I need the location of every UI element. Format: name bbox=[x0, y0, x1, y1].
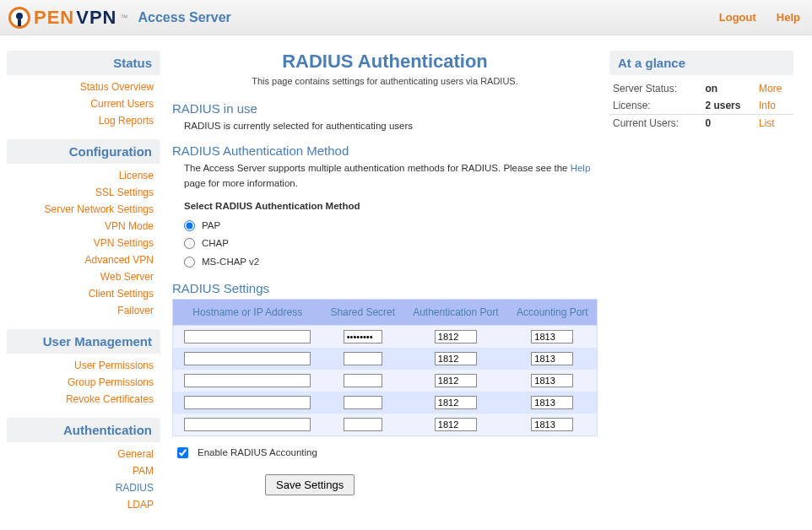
host-input-3[interactable] bbox=[184, 396, 311, 409]
radio-chap[interactable] bbox=[184, 238, 195, 249]
sidebar-item-license[interactable]: License bbox=[7, 167, 154, 184]
glance-row: License: 2 users Info bbox=[609, 97, 793, 115]
auth-port-input-0[interactable] bbox=[435, 330, 477, 343]
host-input-0[interactable] bbox=[184, 330, 311, 343]
glance-row: Server Status: on More bbox=[609, 80, 793, 97]
radio-pap-row[interactable]: PAP bbox=[184, 217, 598, 235]
radio-pap[interactable] bbox=[184, 220, 195, 231]
sidebar-item-client-settings[interactable]: Client Settings bbox=[7, 285, 154, 302]
top-bar: PENVPN™ Access Server Logout Help bbox=[0, 0, 812, 35]
radio-chap-label: CHAP bbox=[202, 236, 229, 251]
radius-settings-table: Hostname or IP Address Shared Secret Aut… bbox=[172, 299, 598, 436]
sidebar-section-configuration: Configuration bbox=[7, 139, 160, 164]
col-secret: Shared Secret bbox=[322, 300, 403, 326]
save-settings-button[interactable]: Save Settings bbox=[265, 474, 355, 495]
table-row bbox=[173, 326, 597, 348]
sidebar-item-ssl-settings[interactable]: SSL Settings bbox=[7, 184, 154, 201]
sidebar-item-vpn-mode[interactable]: VPN Mode bbox=[7, 218, 154, 235]
brand-pen: PEN bbox=[34, 7, 74, 29]
glance-key-current-users: Current Users: bbox=[609, 115, 701, 132]
sidebar-item-web-server[interactable]: Web Server bbox=[7, 268, 154, 285]
table-row bbox=[173, 414, 597, 435]
auth-port-input-4[interactable] bbox=[435, 418, 477, 431]
sidebar-item-user-permissions[interactable]: User Permissions bbox=[7, 357, 154, 374]
page-title: RADIUS Authentication bbox=[172, 51, 598, 73]
auth-port-input-1[interactable] bbox=[435, 352, 477, 365]
help-link[interactable]: Help bbox=[777, 11, 800, 24]
sidebar-item-group-permissions[interactable]: Group Permissions bbox=[7, 374, 154, 391]
host-input-2[interactable] bbox=[184, 374, 311, 387]
auth-method-text1: The Access Server supports multiple auth… bbox=[184, 163, 571, 173]
sidebar-section-user-management: User Management bbox=[7, 329, 160, 354]
sidebar-item-vpn-settings[interactable]: VPN Settings bbox=[7, 235, 154, 251]
brand-product: Access Server bbox=[138, 10, 231, 25]
sidebar-item-advanced-vpn[interactable]: Advanced VPN bbox=[7, 251, 154, 268]
section-radius-settings: RADIUS Settings bbox=[172, 281, 598, 295]
table-row bbox=[173, 370, 597, 392]
sidebar: Status Status Overview Current Users Log… bbox=[7, 51, 160, 523]
sidebar-item-revoke-certs[interactable]: Revoke Certificates bbox=[7, 391, 154, 408]
acct-port-input-1[interactable] bbox=[531, 352, 573, 365]
sidebar-item-ldap[interactable]: LDAP bbox=[7, 496, 154, 513]
secret-input-3[interactable] bbox=[344, 396, 382, 409]
sidebar-item-general[interactable]: General bbox=[7, 446, 154, 462]
section-radius-in-use: RADIUS in use bbox=[172, 101, 598, 116]
glance-key-license: License: bbox=[609, 97, 701, 115]
sidebar-item-server-network[interactable]: Server Network Settings bbox=[7, 201, 154, 218]
section-auth-method: RADIUS Authentication Method bbox=[172, 143, 598, 158]
auth-method-desc: The Access Server supports multiple auth… bbox=[172, 161, 598, 191]
select-method-label: Select RADIUS Authentication Method bbox=[184, 199, 598, 214]
glance-title: At a glance bbox=[609, 51, 793, 75]
main-content: RADIUS Authentication This page contains… bbox=[172, 51, 598, 523]
auth-method-help-link[interactable]: Help bbox=[571, 163, 591, 173]
auth-port-input-2[interactable] bbox=[435, 374, 477, 387]
sidebar-item-pam[interactable]: PAM bbox=[7, 462, 154, 479]
table-row bbox=[173, 392, 597, 414]
radius-in-use-text: RADIUS is currently selected for authent… bbox=[172, 119, 598, 133]
acct-port-input-3[interactable] bbox=[531, 396, 573, 409]
glance-val-server-status: on bbox=[701, 80, 755, 97]
col-auth: Authentication Port bbox=[403, 300, 508, 326]
col-acct: Accounting Port bbox=[508, 300, 597, 326]
enable-accounting-label: Enable RADIUS Accounting bbox=[198, 447, 317, 457]
glance-link-info[interactable]: Info bbox=[759, 100, 776, 111]
glance-val-license: 2 users bbox=[701, 97, 755, 115]
host-input-1[interactable] bbox=[184, 352, 311, 365]
glance-row: Current Users: 0 List bbox=[609, 115, 793, 132]
radio-mschap-row[interactable]: MS-CHAP v2 bbox=[184, 253, 598, 271]
sidebar-item-log-reports[interactable]: Log Reports bbox=[7, 112, 154, 129]
auth-port-input-3[interactable] bbox=[435, 396, 477, 409]
brand-vpn: VPN bbox=[76, 7, 116, 29]
col-host: Hostname or IP Address bbox=[173, 300, 322, 326]
radio-pap-label: PAP bbox=[202, 219, 220, 233]
secret-input-1[interactable] bbox=[344, 352, 382, 365]
openvpn-icon bbox=[8, 7, 30, 29]
secret-input-2[interactable] bbox=[344, 374, 382, 387]
sidebar-item-status-overview[interactable]: Status Overview bbox=[7, 78, 154, 95]
table-row bbox=[173, 348, 597, 370]
glance-link-list[interactable]: List bbox=[759, 117, 775, 129]
brand-logo: PENVPN™ Access Server bbox=[8, 7, 231, 29]
sidebar-item-radius[interactable]: RADIUS bbox=[7, 479, 154, 496]
secret-input-0[interactable] bbox=[344, 330, 382, 343]
brand-tm: ™ bbox=[121, 14, 128, 22]
enable-accounting-checkbox[interactable] bbox=[177, 447, 188, 458]
glance-link-more[interactable]: More bbox=[759, 83, 782, 95]
sidebar-item-failover[interactable]: Failover bbox=[7, 302, 154, 319]
glance-val-current-users: 0 bbox=[701, 115, 755, 132]
secret-input-4[interactable] bbox=[344, 418, 382, 431]
radio-chap-row[interactable]: CHAP bbox=[184, 235, 598, 252]
acct-port-input-2[interactable] bbox=[531, 374, 573, 387]
sidebar-item-current-users[interactable]: Current Users bbox=[7, 95, 154, 112]
host-input-4[interactable] bbox=[184, 418, 311, 431]
acct-port-input-0[interactable] bbox=[531, 330, 573, 343]
radio-mschap[interactable] bbox=[184, 257, 195, 268]
glance-key-server-status: Server Status: bbox=[609, 80, 701, 97]
page-subtitle: This page contains settings for authenti… bbox=[172, 76, 598, 86]
at-a-glance-panel: At a glance Server Status: on More Licen… bbox=[609, 51, 793, 523]
enable-accounting-row[interactable]: Enable RADIUS Accounting bbox=[174, 445, 598, 461]
logout-link[interactable]: Logout bbox=[719, 11, 756, 24]
acct-port-input-4[interactable] bbox=[531, 418, 573, 431]
auth-method-text2: page for more information. bbox=[184, 178, 298, 188]
radio-mschap-label: MS-CHAP v2 bbox=[202, 255, 259, 269]
